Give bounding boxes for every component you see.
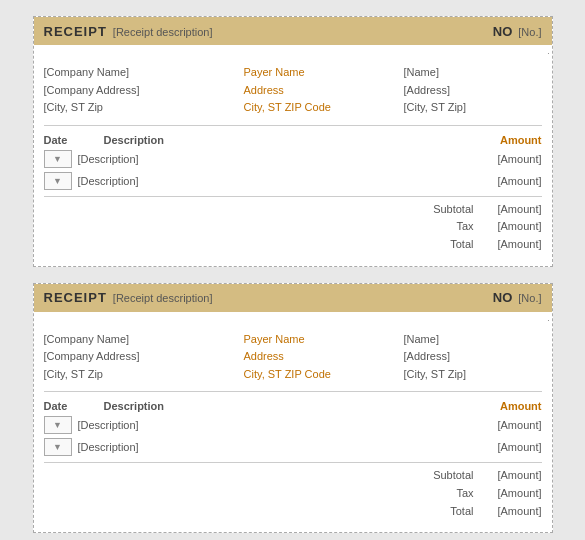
item-date-arrow-2-1: ▼ (53, 442, 62, 452)
item-amount-2-1: [Amount] (472, 441, 542, 453)
total-value-2: [Amount] (482, 503, 542, 521)
receipt-body-2: [Company Name] [Company Address] [City, … (34, 323, 552, 521)
receipt-no-value-1: [No.] (518, 26, 541, 38)
totals-section-2: Subtotal [Amount] Tax [Amount] Total [Am… (44, 462, 542, 520)
item-date-box-2-1: ▼ (44, 438, 72, 456)
subtotal-label-1: Subtotal (424, 201, 474, 219)
col-date-header-2: Date (44, 400, 104, 412)
company-block-1: [Company Name] [Company Address] [City, … (44, 64, 244, 117)
item-date-arrow-2-0: ▼ (53, 420, 62, 430)
item-date-box-1-1: ▼ (44, 172, 72, 190)
item-row-2-1: ▼ [Description] [Amount] (44, 438, 542, 456)
items-header-1: Date Description Amount (44, 134, 542, 146)
col-desc-header-2: Description (104, 400, 472, 412)
tax-row-1: Tax [Amount] (44, 218, 542, 236)
payer-block-2: Payer Name Address City, ST ZIP Code (244, 331, 404, 384)
receipt-desc-2: [Receipt description] (113, 292, 213, 304)
tax-value-1: [Amount] (482, 218, 542, 236)
payer-city-value-2: [City, ST Zip] (404, 366, 542, 384)
payer-address-label-2: Address (244, 348, 404, 366)
payer-address-value-2: [Address] (404, 348, 542, 366)
receipt-header-right-1: NO [No.] (493, 24, 542, 39)
company-name-1: [Company Name] (44, 64, 244, 82)
item-date-arrow-1-0: ▼ (53, 154, 62, 164)
company-payer-row-1: [Company Name] [Company Address] [City, … (44, 64, 542, 126)
col-amount-header-2: Amount (472, 400, 542, 412)
item-row-2-0: ▼ [Description] [Amount] (44, 416, 542, 434)
company-city-2: [City, ST Zip (44, 366, 244, 384)
subtotal-row-1: Subtotal [Amount] (44, 201, 542, 219)
total-row-1: Total [Amount] (44, 236, 542, 254)
item-date-arrow-1-1: ▼ (53, 176, 62, 186)
payer-city-value-1: [City, ST Zip] (404, 99, 542, 117)
col-desc-header-1: Description (104, 134, 472, 146)
payer-city-label-1: City, ST ZIP Code (244, 99, 404, 117)
subtotal-value-1: [Amount] (482, 201, 542, 219)
item-desc-1-1: [Description] (78, 175, 472, 187)
receipt-header-left-2: RECEIPT [Receipt description] (44, 290, 213, 305)
receipt-no-value-2: [No.] (518, 292, 541, 304)
company-city-1: [City, ST Zip (44, 99, 244, 117)
item-desc-2-0: [Description] (78, 419, 472, 431)
col-amount-header-1: Amount (472, 134, 542, 146)
payer-name-value-2: [Name] (404, 331, 542, 349)
company-payer-row-2: [Company Name] [Company Address] [City, … (44, 331, 542, 393)
item-date-box-2-0: ▼ (44, 416, 72, 434)
payer-name-label-1: Payer Name (244, 64, 404, 82)
payer-address-label-1: Address (244, 82, 404, 100)
item-amount-2-0: [Amount] (472, 419, 542, 431)
total-value-1: [Amount] (482, 236, 542, 254)
items-header-2: Date Description Amount (44, 400, 542, 412)
receipt-body-1: [Company Name] [Company Address] [City, … (34, 56, 552, 254)
payer-city-label-2: City, ST ZIP Code (244, 366, 404, 384)
company-block-2: [Company Name] [Company Address] [City, … (44, 331, 244, 384)
payer-address-value-1: [Address] (404, 82, 542, 100)
col-date-header-1: Date (44, 134, 104, 146)
receipt-title-1: RECEIPT (44, 24, 107, 39)
total-label-1: Total (424, 236, 474, 254)
receipt-desc-1: [Receipt description] (113, 26, 213, 38)
receipt-header-left-1: RECEIPT [Receipt description] (44, 24, 213, 39)
tax-row-2: Tax [Amount] (44, 485, 542, 503)
receipt-header-1: RECEIPT [Receipt description] NO [No.] (34, 17, 552, 45)
items-section-1: Date Description Amount ▼ [Description] … (44, 134, 542, 190)
receipt-title-2: RECEIPT (44, 290, 107, 305)
payer-name-value-1: [Name] (404, 64, 542, 82)
tax-value-2: [Amount] (482, 485, 542, 503)
total-row-2: Total [Amount] (44, 503, 542, 521)
totals-section-1: Subtotal [Amount] Tax [Amount] Total [Am… (44, 196, 542, 254)
company-address-2: [Company Address] (44, 348, 244, 366)
payer-name-block-1: [Name] [Address] [City, ST Zip] (404, 64, 542, 117)
payer-name-label-2: Payer Name (244, 331, 404, 349)
payer-block-1: Payer Name Address City, ST ZIP Code (244, 64, 404, 117)
item-row-1-1: ▼ [Description] [Amount] (44, 172, 542, 190)
item-row-1-0: ▼ [Description] [Amount] (44, 150, 542, 168)
company-name-2: [Company Name] (44, 331, 244, 349)
receipt-header-right-2: NO [No.] (493, 290, 542, 305)
receipt-no-label-1: NO (493, 24, 513, 39)
subtotal-row-2: Subtotal [Amount] (44, 467, 542, 485)
receipt-card-1: RECEIPT [Receipt description] NO [No.] .… (33, 16, 553, 267)
company-address-1: [Company Address] (44, 82, 244, 100)
item-amount-1-1: [Amount] (472, 175, 542, 187)
receipt-header-2: RECEIPT [Receipt description] NO [No.] (34, 284, 552, 312)
item-desc-2-1: [Description] (78, 441, 472, 453)
total-label-2: Total (424, 503, 474, 521)
item-desc-1-0: [Description] (78, 153, 472, 165)
receipt-no-label-2: NO (493, 290, 513, 305)
receipt-dot-1: . (34, 47, 552, 56)
item-amount-1-0: [Amount] (472, 153, 542, 165)
receipt-card-2: RECEIPT [Receipt description] NO [No.] .… (33, 283, 553, 534)
subtotal-value-2: [Amount] (482, 467, 542, 485)
item-date-box-1-0: ▼ (44, 150, 72, 168)
items-section-2: Date Description Amount ▼ [Description] … (44, 400, 542, 456)
subtotal-label-2: Subtotal (424, 467, 474, 485)
receipt-dot-2: . (34, 314, 552, 323)
tax-label-1: Tax (424, 218, 474, 236)
payer-name-block-2: [Name] [Address] [City, ST Zip] (404, 331, 542, 384)
tax-label-2: Tax (424, 485, 474, 503)
